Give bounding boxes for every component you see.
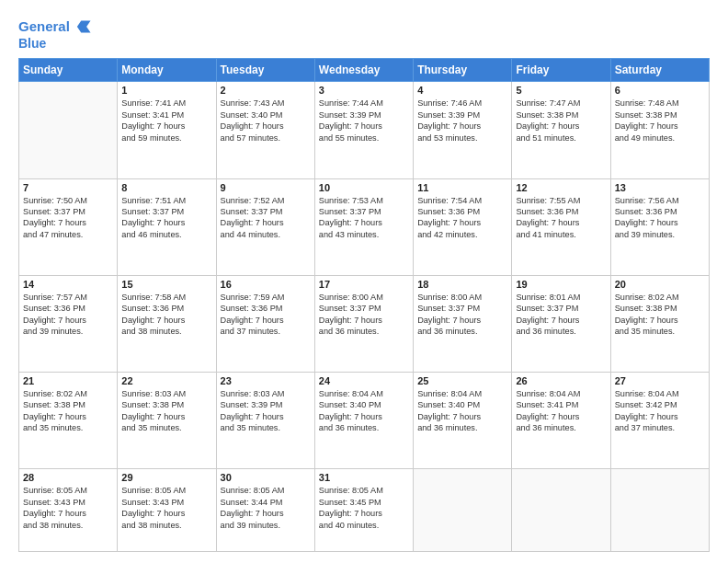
calendar-cell: 2Sunrise: 7:43 AM Sunset: 3:40 PM Daylig…: [216, 82, 314, 178]
cell-day-number: 30: [221, 472, 311, 483]
cell-day-number: 22: [121, 375, 211, 386]
header: General Blue: [18, 17, 710, 51]
cell-info-text: Sunrise: 7:55 AM Sunset: 3:36 PM Dayligh…: [516, 195, 606, 241]
calendar-cell: 23Sunrise: 8:03 AM Sunset: 3:39 PM Dayli…: [216, 373, 314, 469]
cell-day-number: 11: [417, 182, 507, 193]
cell-info-text: Sunrise: 7:47 AM Sunset: 3:38 PM Dayligh…: [516, 98, 606, 144]
calendar-cell: 11Sunrise: 7:54 AM Sunset: 3:36 PM Dayli…: [414, 178, 512, 275]
calendar-cell: 31Sunrise: 8:05 AM Sunset: 3:45 PM Dayli…: [314, 469, 413, 552]
cell-info-text: Sunrise: 7:44 AM Sunset: 3:39 PM Dayligh…: [319, 98, 409, 144]
calendar-cell: 21Sunrise: 8:02 AM Sunset: 3:38 PM Dayli…: [19, 373, 118, 469]
cell-info-text: Sunrise: 8:04 AM Sunset: 3:40 PM Dayligh…: [417, 388, 507, 434]
cell-info-text: Sunrise: 7:48 AM Sunset: 3:38 PM Dayligh…: [615, 98, 705, 144]
cell-info-text: Sunrise: 8:04 AM Sunset: 3:42 PM Dayligh…: [615, 388, 705, 434]
calendar-cell: 27Sunrise: 8:04 AM Sunset: 3:42 PM Dayli…: [610, 373, 709, 469]
calendar-cell: 25Sunrise: 8:04 AM Sunset: 3:40 PM Dayli…: [414, 373, 512, 469]
calendar-cell: 12Sunrise: 7:55 AM Sunset: 3:36 PM Dayli…: [512, 178, 610, 275]
cell-day-number: 16: [221, 279, 311, 290]
cell-day-number: 12: [516, 182, 606, 193]
calendar-cell: 13Sunrise: 7:56 AM Sunset: 3:36 PM Dayli…: [610, 178, 709, 275]
calendar-cell: 19Sunrise: 8:01 AM Sunset: 3:37 PM Dayli…: [512, 275, 610, 372]
page: General Blue SundayMondayTuesdayWednesda…: [0, 0, 728, 563]
calendar-day-header: Thursday: [414, 59, 512, 82]
cell-info-text: Sunrise: 7:54 AM Sunset: 3:36 PM Dayligh…: [417, 195, 507, 241]
calendar-cell: 10Sunrise: 7:53 AM Sunset: 3:37 PM Dayli…: [314, 178, 413, 275]
logo: General Blue: [18, 17, 92, 51]
cell-info-text: Sunrise: 8:04 AM Sunset: 3:41 PM Dayligh…: [516, 388, 606, 434]
calendar-header-row: SundayMondayTuesdayWednesdayThursdayFrid…: [19, 59, 710, 82]
calendar-cell: 30Sunrise: 8:05 AM Sunset: 3:44 PM Dayli…: [216, 469, 314, 552]
calendar-day-header: Wednesday: [314, 59, 413, 82]
cell-day-number: 24: [319, 375, 409, 386]
cell-info-text: Sunrise: 7:59 AM Sunset: 3:36 PM Dayligh…: [221, 292, 311, 338]
cell-day-number: 27: [615, 375, 705, 386]
cell-info-text: Sunrise: 8:02 AM Sunset: 3:38 PM Dayligh…: [615, 292, 705, 338]
cell-day-number: 17: [319, 279, 409, 290]
calendar-cell: [414, 469, 512, 552]
cell-info-text: Sunrise: 8:01 AM Sunset: 3:37 PM Dayligh…: [516, 292, 606, 338]
calendar-cell: 15Sunrise: 7:58 AM Sunset: 3:36 PM Dayli…: [118, 275, 216, 372]
calendar-cell: 8Sunrise: 7:51 AM Sunset: 3:37 PM Daylig…: [118, 178, 216, 275]
cell-info-text: Sunrise: 8:05 AM Sunset: 3:44 PM Dayligh…: [221, 485, 311, 531]
cell-day-number: 5: [516, 85, 606, 96]
calendar-cell: [512, 469, 610, 552]
cell-info-text: Sunrise: 8:05 AM Sunset: 3:43 PM Dayligh…: [23, 485, 113, 531]
calendar-cell: 4Sunrise: 7:46 AM Sunset: 3:39 PM Daylig…: [414, 82, 512, 178]
calendar-cell: 20Sunrise: 8:02 AM Sunset: 3:38 PM Dayli…: [610, 275, 709, 372]
cell-day-number: 31: [319, 472, 409, 483]
calendar-cell: 26Sunrise: 8:04 AM Sunset: 3:41 PM Dayli…: [512, 373, 610, 469]
calendar-cell: 7Sunrise: 7:50 AM Sunset: 3:37 PM Daylig…: [19, 178, 118, 275]
cell-info-text: Sunrise: 8:02 AM Sunset: 3:38 PM Dayligh…: [23, 388, 113, 434]
cell-info-text: Sunrise: 8:03 AM Sunset: 3:39 PM Dayligh…: [221, 388, 311, 434]
calendar-cell: 9Sunrise: 7:52 AM Sunset: 3:37 PM Daylig…: [216, 178, 314, 275]
cell-info-text: Sunrise: 7:51 AM Sunset: 3:37 PM Dayligh…: [121, 195, 211, 241]
cell-day-number: 6: [615, 85, 705, 96]
cell-info-text: Sunrise: 7:56 AM Sunset: 3:36 PM Dayligh…: [615, 195, 705, 241]
calendar-cell: 18Sunrise: 8:00 AM Sunset: 3:37 PM Dayli…: [414, 275, 512, 372]
cell-day-number: 21: [23, 375, 113, 386]
calendar-week-row: 14Sunrise: 7:57 AM Sunset: 3:36 PM Dayli…: [19, 275, 710, 372]
calendar-cell: 5Sunrise: 7:47 AM Sunset: 3:38 PM Daylig…: [512, 82, 610, 178]
calendar-cell: 28Sunrise: 8:05 AM Sunset: 3:43 PM Dayli…: [19, 469, 118, 552]
cell-day-number: 19: [516, 279, 606, 290]
cell-day-number: 23: [221, 375, 311, 386]
calendar-cell: 16Sunrise: 7:59 AM Sunset: 3:36 PM Dayli…: [216, 275, 314, 372]
calendar-week-row: 1Sunrise: 7:41 AM Sunset: 3:41 PM Daylig…: [19, 82, 710, 178]
cell-info-text: Sunrise: 8:00 AM Sunset: 3:37 PM Dayligh…: [417, 292, 507, 338]
cell-info-text: Sunrise: 7:58 AM Sunset: 3:36 PM Dayligh…: [121, 292, 211, 338]
calendar-week-row: 28Sunrise: 8:05 AM Sunset: 3:43 PM Dayli…: [19, 469, 710, 552]
cell-info-text: Sunrise: 7:57 AM Sunset: 3:36 PM Dayligh…: [23, 292, 113, 338]
calendar-cell: 6Sunrise: 7:48 AM Sunset: 3:38 PM Daylig…: [610, 82, 709, 178]
cell-info-text: Sunrise: 7:46 AM Sunset: 3:39 PM Dayligh…: [417, 98, 507, 144]
calendar-day-header: Monday: [118, 59, 216, 82]
calendar-week-row: 21Sunrise: 8:02 AM Sunset: 3:38 PM Dayli…: [19, 373, 710, 469]
logo-blue: Blue: [18, 37, 92, 51]
cell-day-number: 13: [615, 182, 705, 193]
cell-day-number: 14: [23, 279, 113, 290]
calendar-day-header: Tuesday: [216, 59, 314, 82]
calendar-day-header: Friday: [512, 59, 610, 82]
calendar-day-header: Saturday: [610, 59, 709, 82]
cell-info-text: Sunrise: 8:04 AM Sunset: 3:40 PM Dayligh…: [319, 388, 409, 434]
cell-day-number: 15: [121, 279, 211, 290]
calendar-day-header: Sunday: [19, 59, 118, 82]
cell-day-number: 28: [23, 472, 113, 483]
cell-info-text: Sunrise: 8:03 AM Sunset: 3:38 PM Dayligh…: [121, 388, 211, 434]
cell-day-number: 8: [121, 182, 211, 193]
cell-info-text: Sunrise: 7:53 AM Sunset: 3:37 PM Dayligh…: [319, 195, 409, 241]
calendar-cell: [610, 469, 709, 552]
cell-day-number: 9: [221, 182, 311, 193]
logo-general: General: [18, 19, 70, 35]
cell-day-number: 3: [319, 85, 409, 96]
svg-marker-0: [77, 20, 91, 32]
cell-day-number: 29: [121, 472, 211, 483]
cell-day-number: 26: [516, 375, 606, 386]
cell-info-text: Sunrise: 7:43 AM Sunset: 3:40 PM Dayligh…: [221, 98, 311, 144]
logo-flag-icon: [72, 17, 92, 37]
cell-info-text: Sunrise: 7:52 AM Sunset: 3:37 PM Dayligh…: [221, 195, 311, 241]
cell-day-number: 2: [221, 85, 311, 96]
calendar-week-row: 7Sunrise: 7:50 AM Sunset: 3:37 PM Daylig…: [19, 178, 710, 275]
cell-day-number: 1: [121, 85, 211, 96]
calendar-cell: 3Sunrise: 7:44 AM Sunset: 3:39 PM Daylig…: [314, 82, 413, 178]
calendar-table: SundayMondayTuesdayWednesdayThursdayFrid…: [18, 58, 710, 552]
